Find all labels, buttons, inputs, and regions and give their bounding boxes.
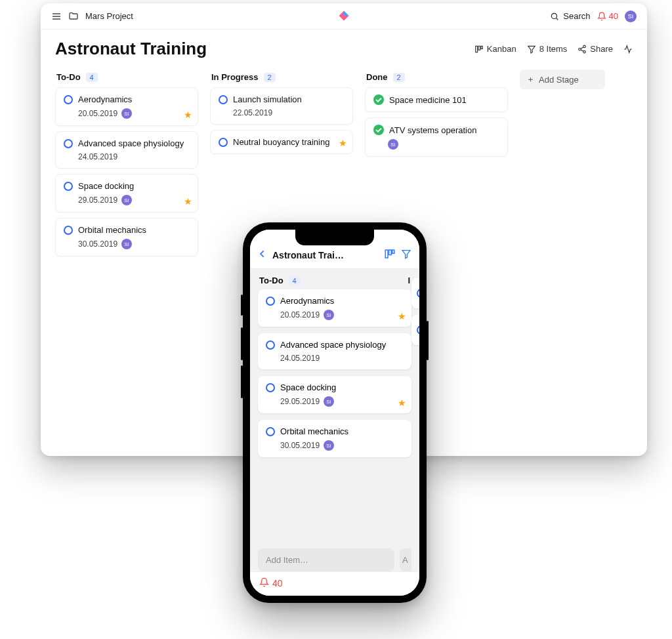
search-button[interactable]: Search: [550, 11, 590, 21]
filter-items-button[interactable]: 8 Items: [527, 44, 568, 54]
status-open-icon[interactable]: [64, 139, 73, 148]
svg-line-14: [581, 47, 583, 48]
svg-line-15: [581, 49, 583, 51]
star-icon[interactable]: ★: [398, 398, 406, 408]
phone-notch: [295, 230, 374, 245]
mobile-card[interactable]: Advanced space physiology 24.05.2019: [258, 333, 411, 369]
page-tools: Kanban 8 Items Share: [474, 44, 633, 54]
mobile-card-list[interactable]: Aerodynamics 20.05.2019 SI ★ Advanced sp…: [250, 289, 419, 464]
add-stage-label: Add Stage: [539, 75, 579, 85]
card-date: 30.05.2019: [280, 441, 320, 450]
status-open-icon[interactable]: [64, 95, 73, 104]
assignee-avatar[interactable]: SI: [324, 440, 334, 451]
card-title: Space docking: [78, 181, 134, 191]
star-icon[interactable]: ★: [398, 311, 406, 321]
app-logo-icon[interactable]: [338, 10, 350, 24]
kanban-view-icon[interactable]: [384, 248, 396, 262]
breadcrumb-folder[interactable]: Mars Project: [85, 11, 133, 21]
assignee-avatar[interactable]: SI: [121, 239, 132, 249]
status-open-icon[interactable]: [266, 383, 275, 392]
card-date: 20.05.2019: [78, 109, 117, 118]
mobile-card[interactable]: Orbital mechanics 30.05.2019 SI: [258, 420, 411, 457]
column-name: To-Do: [56, 72, 81, 82]
status-open-icon[interactable]: [219, 95, 228, 104]
svg-marker-4: [344, 11, 349, 16]
status-open-icon[interactable]: [266, 340, 275, 350]
bell-icon[interactable]: [259, 577, 269, 589]
assignee-avatar[interactable]: SI: [388, 139, 398, 150]
kanban-card[interactable]: Space medicine 101: [365, 87, 508, 112]
card-title: Orbital mechanics: [78, 225, 146, 235]
share-label: Share: [590, 44, 613, 54]
kanban-column: Done 2 Space medicine 101 ATV systems op…: [365, 70, 508, 162]
menu-icon[interactable]: [51, 11, 62, 22]
back-icon[interactable]: [258, 249, 267, 260]
mobile-card[interactable]: Aerodynamics 20.05.2019 SI ★: [258, 289, 411, 327]
assignee-avatar[interactable]: SI: [121, 195, 132, 205]
mobile-page-title[interactable]: Astronaut Trai…: [272, 250, 379, 260]
mobile-card[interactable]: Space docking 29.05.2019 SI ★: [258, 376, 411, 413]
mobile-column-header: To-Do 4 I: [250, 269, 419, 289]
mobile-footer: 40: [250, 571, 419, 596]
kanban-card[interactable]: Aerodynamics 20.05.2019 SI ★: [55, 87, 198, 126]
status-open-icon[interactable]: [64, 182, 73, 191]
view-label: Kanban: [487, 44, 516, 54]
card-title: Space medicine 101: [389, 95, 467, 105]
svg-rect-16: [385, 250, 388, 258]
add-item-input[interactable]: Add Item…: [258, 548, 394, 571]
assignee-avatar[interactable]: SI: [324, 396, 334, 407]
column-count: 2: [264, 73, 276, 82]
phone-frame: Astronaut Trai… To-Do 4 I Aerodynamics 2…: [243, 222, 427, 603]
card-date: 24.05.2019: [78, 152, 117, 161]
search-label: Search: [563, 11, 590, 21]
card-date: 24.05.2019: [280, 354, 320, 363]
status-open-icon[interactable]: [266, 297, 275, 306]
status-open-icon[interactable]: [64, 226, 73, 235]
status-open-icon[interactable]: [266, 427, 275, 436]
card-title: Neutral buoyancy training: [233, 137, 329, 147]
user-avatar[interactable]: SI: [625, 10, 637, 22]
star-icon[interactable]: ★: [339, 138, 347, 148]
svg-point-12: [579, 48, 581, 51]
svg-rect-9: [481, 46, 482, 49]
kanban-card[interactable]: Neutral buoyancy training ★: [210, 130, 353, 154]
card-title: ATV systems operation: [389, 125, 476, 135]
assignee-avatar[interactable]: SI: [324, 310, 334, 320]
mobile-notification-count[interactable]: 40: [272, 578, 283, 588]
status-done-icon[interactable]: [373, 94, 384, 105]
column-header[interactable]: Done 2: [365, 70, 508, 87]
plus-icon: ＋: [526, 73, 535, 85]
star-icon[interactable]: ★: [184, 110, 192, 120]
kanban-card[interactable]: Space docking 29.05.2019 SI ★: [55, 174, 198, 213]
column-header[interactable]: In Progress 2: [210, 70, 353, 87]
view-kanban-button[interactable]: Kanban: [474, 44, 516, 54]
filter-icon[interactable]: [401, 249, 411, 261]
next-column-peek[interactable]: [411, 278, 419, 345]
star-icon[interactable]: ★: [184, 196, 192, 207]
kanban-card[interactable]: Advanced space physiology 24.05.2019: [55, 131, 198, 169]
assignee-avatar[interactable]: SI: [121, 108, 132, 119]
column-header[interactable]: To-Do 4: [55, 70, 198, 87]
svg-rect-17: [389, 250, 392, 255]
status-open-icon[interactable]: [219, 138, 228, 147]
kanban-column: To-Do 4 Aerodynamics 20.05.2019 SI ★ Adv…: [55, 70, 198, 262]
column-count: 2: [393, 73, 405, 82]
svg-point-5: [552, 13, 557, 18]
activity-icon[interactable]: [623, 45, 633, 54]
column-count: 4: [86, 73, 98, 82]
notification-count: 40: [609, 11, 618, 21]
status-done-icon[interactable]: [373, 125, 384, 135]
column-name: In Progress: [211, 72, 259, 82]
kanban-card[interactable]: Orbital mechanics 30.05.2019 SI: [55, 218, 198, 257]
mobile-column-count: 4: [289, 276, 301, 285]
kanban-card[interactable]: Launch simulation 22.05.2019: [210, 87, 353, 125]
card-date: 29.05.2019: [78, 196, 117, 205]
add-stage-button[interactable]: ＋Add Stage: [520, 70, 605, 89]
kanban-column: In Progress 2 Launch simulation 22.05.20…: [210, 70, 353, 159]
top-bar: Mars Project Search 40 SI: [41, 3, 647, 30]
kanban-card[interactable]: ATV systems operation SI: [365, 117, 508, 157]
share-button[interactable]: Share: [578, 44, 613, 54]
card-date: 22.05.2019: [233, 108, 272, 117]
notifications-button[interactable]: 40: [597, 11, 618, 21]
card-title: Aerodynamics: [78, 94, 132, 104]
